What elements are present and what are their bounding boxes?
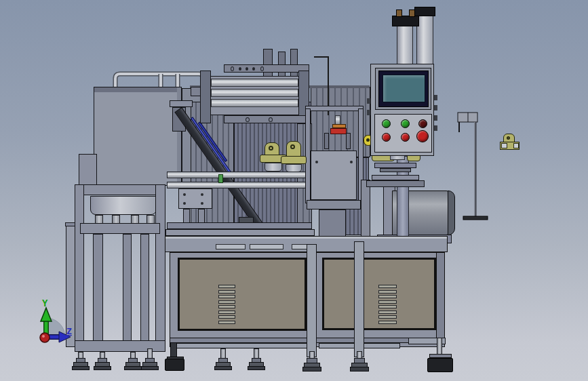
y-axis-label: Y bbox=[42, 298, 48, 308]
cad-viewport[interactable]: Y Z bbox=[0, 0, 588, 381]
triad-origin bbox=[40, 333, 50, 342]
z-axis-label: Z bbox=[66, 326, 72, 336]
triad-origin-highlight bbox=[42, 335, 45, 338]
orientation-triad: Y Z bbox=[0, 0, 588, 381]
y-axis-arrowhead bbox=[41, 308, 52, 321]
